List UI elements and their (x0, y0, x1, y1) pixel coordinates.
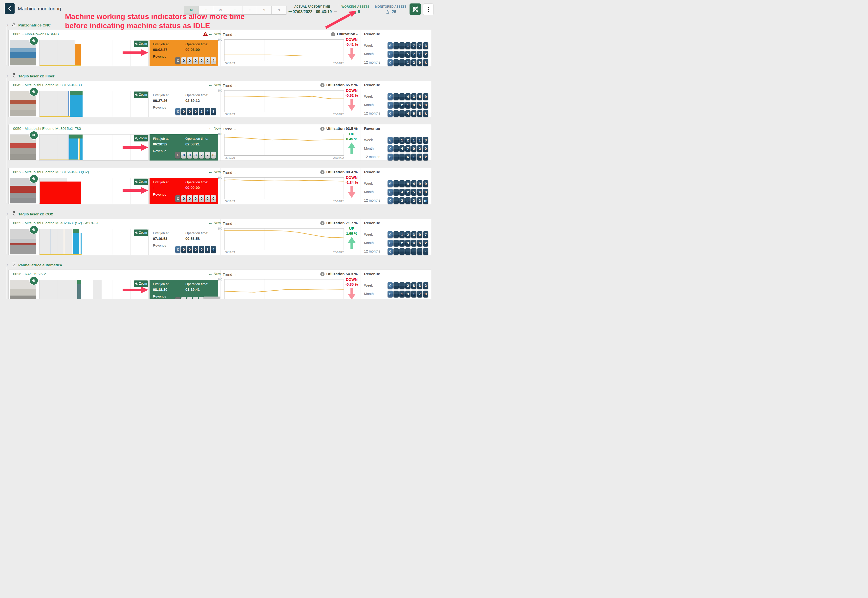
machine-card: 0050 - Mitsubishi Electric ML3015eX-F80 … (8, 124, 431, 161)
day-cell-5[interactable]: S (257, 6, 271, 14)
day-cell-6[interactable]: S (271, 6, 286, 14)
timeline-zoom-button[interactable]: Zoom (134, 280, 148, 287)
counter-digit: 1 (400, 137, 404, 144)
month-counter: €13170 (387, 291, 428, 298)
photo-zoom-button[interactable] (30, 131, 38, 140)
trend-link[interactable]: Trend → (223, 32, 237, 37)
euro-box: € (388, 93, 393, 100)
machine-monitoring-page: Machine monitoring MTWTFSS ← ACTUAL FACT… (0, 0, 434, 299)
trend-badge: DOWN -0.41 % (344, 37, 359, 60)
machine-name[interactable]: 0059 - Mitsubishi Electric ML4020RX (S2)… (13, 221, 98, 225)
timeline[interactable] (39, 40, 149, 66)
photo-zoom-button[interactable] (30, 276, 38, 285)
group-header: → Taglio laser 2D CO2 (0, 211, 434, 217)
counter-digit: 4 (417, 189, 422, 196)
machine-name[interactable]: 0026 - RAS 79.26-2 (13, 272, 46, 276)
arrow-stem (350, 288, 353, 294)
timeline[interactable] (39, 280, 149, 299)
month-label: Month (364, 52, 374, 56)
status-counter: €000000 (174, 195, 216, 202)
timeline-segment (73, 233, 80, 255)
trend-link[interactable]: Trend → (223, 221, 237, 226)
counter-digit: 0 (411, 102, 416, 109)
counter-digit: 0 (193, 246, 198, 253)
week-counter: €12113 (387, 137, 428, 144)
info-icon[interactable]: i (320, 83, 325, 87)
counter-digit: 6 (417, 240, 422, 247)
info-icon[interactable]: i (331, 32, 335, 36)
counter-digit: - (423, 248, 428, 255)
euro-box: € (175, 297, 180, 299)
back-button[interactable] (5, 3, 15, 14)
machine-name[interactable]: 0005 - Finn-Power TRS6FB (13, 32, 59, 36)
timeline-zoom-button[interactable]: Zoom (134, 230, 148, 236)
counter-digit: 9 (417, 231, 422, 238)
timeline-segment (78, 280, 82, 284)
operation-time-label: Operation time: (185, 93, 208, 97)
timeline-zoom-button[interactable]: Zoom (134, 91, 148, 98)
now-label: Now (213, 126, 221, 130)
trend-chart (224, 228, 344, 250)
trend-link[interactable]: Trend → (223, 83, 237, 88)
timeline-segment (73, 229, 80, 233)
utilization: i Utilization 65.2 % (280, 83, 358, 87)
photo-zoom-button[interactable] (30, 36, 38, 45)
timeline[interactable] (39, 229, 149, 255)
day-cell-4[interactable]: F (242, 6, 257, 14)
now-indicator: ← Now (208, 31, 221, 36)
counter-digit: 9 (417, 180, 422, 187)
revenue-label: Revenue (153, 55, 166, 58)
utilization-text: Utilization - (337, 32, 358, 36)
timeline-zoom-button[interactable]: Zoom (134, 40, 148, 47)
timeline-zoom-button[interactable]: Zoom (134, 179, 148, 185)
counter-digit: 0 (181, 246, 186, 253)
week-counter: €1773 (387, 42, 428, 49)
trend-sparkline (224, 229, 343, 250)
menu-button[interactable] (423, 3, 434, 15)
chart-end-date: 28/02/22 (324, 251, 344, 254)
photo-zoom-button[interactable] (30, 87, 38, 96)
trend-link[interactable]: Trend → (223, 170, 237, 175)
timeline-zoom-button[interactable]: Zoom (134, 135, 148, 142)
euro-box: € (388, 154, 393, 160)
trend-link[interactable]: Trend → (223, 272, 237, 277)
info-icon[interactable]: i (320, 127, 325, 131)
week-counter: €4359 (387, 93, 428, 100)
divider (372, 4, 372, 14)
machine-name[interactable]: 0052 - Mitsubishi Electric ML3015GX-F80(… (13, 170, 89, 174)
counter-digit: 5 (417, 93, 422, 100)
magnifier-icon (135, 231, 138, 235)
previous-day-arrow[interactable]: ← (288, 7, 293, 14)
counter-digit: 4 (211, 57, 216, 64)
info-icon[interactable]: i (320, 170, 325, 174)
machine-name[interactable]: 0050 - Mitsubishi Electric ML3015eX-F80 (13, 126, 81, 131)
trend-link[interactable]: Trend → (223, 127, 237, 131)
info-icon[interactable]: i (320, 221, 325, 225)
counter-digit (394, 59, 399, 66)
info-icon[interactable]: i (320, 272, 325, 276)
machine-name[interactable]: 0049 - Mitsubishi Electric ML3015GX-F80 (13, 83, 82, 87)
trend-arrow-shape (344, 288, 359, 299)
next-day-arrow[interactable]: → (333, 7, 338, 14)
group-arrow-icon: → (5, 73, 9, 78)
timeline[interactable] (39, 91, 149, 117)
month-counter: €21060 (387, 102, 428, 109)
machine-type-icon (11, 73, 16, 78)
utilization: i Utilization 89.4 % (280, 170, 358, 174)
timeline-segment (40, 160, 79, 160)
timeline[interactable] (39, 178, 149, 204)
first-job-time: - (153, 186, 154, 190)
operation-time-label: Operation time: (185, 137, 208, 141)
counter-digit: 2 (400, 240, 404, 247)
fullscreen-button[interactable] (410, 3, 421, 15)
utilization-text: Utilization 65.2 % (326, 83, 358, 87)
photo-zoom-button[interactable] (30, 225, 38, 234)
counter-digit: 0 (193, 195, 198, 202)
photo-zoom-button[interactable] (30, 174, 38, 183)
trend-arrow-icon: → (233, 32, 237, 37)
timeline-segment (70, 95, 82, 117)
chart-end-date: 28/02/22 (324, 200, 344, 203)
timeline[interactable] (39, 134, 149, 160)
horizontal-scrollbar-thumb[interactable] (203, 296, 221, 299)
group-arrow-icon: → (5, 211, 9, 216)
